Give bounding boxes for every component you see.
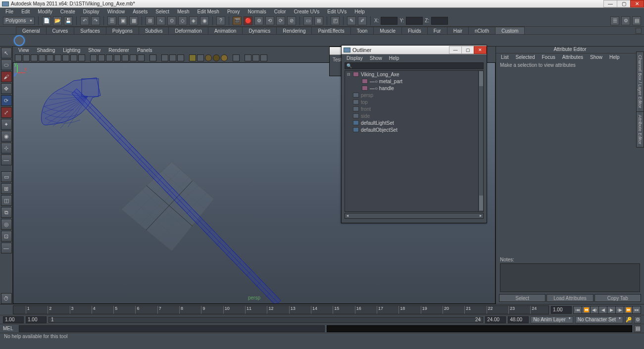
- use-lights-icon[interactable]: [114, 54, 121, 61]
- shelf-tab-rendering[interactable]: Rendering: [276, 27, 312, 34]
- render-globals-icon[interactable]: ⚙: [254, 16, 263, 25]
- notes-field[interactable]: [500, 263, 640, 292]
- safe-title-icon[interactable]: [78, 54, 85, 61]
- snap-toggle-icon[interactable]: ◉: [200, 16, 209, 25]
- shadows-icon[interactable]: [122, 54, 129, 61]
- menu-select[interactable]: Select: [152, 9, 173, 14]
- attr-menu-selected[interactable]: Selected: [513, 54, 538, 60]
- attr-menu-show[interactable]: Show: [587, 54, 605, 60]
- expand-icon[interactable]: ⊟: [347, 72, 351, 77]
- menu-assets[interactable]: Assets: [129, 9, 151, 14]
- step-back-key-button[interactable]: ⏪: [582, 306, 591, 314]
- play-back-button[interactable]: ◀: [598, 306, 607, 314]
- attribute-editor-toggle-icon[interactable]: ▤: [632, 16, 641, 25]
- select-object-icon[interactable]: ▣: [118, 16, 127, 25]
- shelf-tab-fur[interactable]: Fur: [427, 27, 447, 34]
- attr-button-select[interactable]: Select: [499, 294, 545, 302]
- range-vis-end-field[interactable]: [485, 316, 506, 323]
- four-view-icon[interactable]: ⊞: [1, 183, 12, 194]
- script-editor-button[interactable]: ▤: [634, 325, 641, 332]
- outliner-item[interactable]: defaultObjectSet: [345, 126, 483, 133]
- outliner-search[interactable]: [345, 62, 484, 69]
- xray-icon[interactable]: [161, 54, 168, 61]
- new-scene-icon[interactable]: 📄: [42, 16, 51, 25]
- menu-edit-mesh[interactable]: Edit Mesh: [194, 9, 222, 14]
- menu-window[interactable]: Window: [104, 9, 129, 14]
- safe-action-icon[interactable]: [70, 54, 77, 61]
- panel-menu-renderer[interactable]: Renderer: [105, 48, 133, 53]
- model-view-icon[interactable]: ◰: [331, 16, 340, 25]
- attr-button-load-attributes[interactable]: Load Attributes: [546, 294, 593, 302]
- single-view-icon[interactable]: ▭: [1, 171, 12, 182]
- soft-mod-tool[interactable]: ◉: [1, 131, 12, 142]
- input-mode-icon[interactable]: ✎: [347, 16, 356, 25]
- coord-y-field[interactable]: [406, 17, 423, 25]
- shelf-tab-general[interactable]: General: [16, 27, 47, 34]
- field-chart-icon[interactable]: [62, 54, 69, 61]
- save-scene-icon[interactable]: 💾: [64, 16, 73, 25]
- shelf-tab-fluids[interactable]: Fluids: [401, 27, 428, 34]
- shelf-tab-surfaces[interactable]: Surfaces: [74, 27, 106, 34]
- snap-live-icon[interactable]: ◈: [189, 16, 198, 25]
- sidetab-channel-box[interactable]: Channel Box / Layer Editor: [636, 51, 644, 112]
- range-end-field[interactable]: [508, 316, 529, 323]
- outliner-titlebar[interactable]: Outliner — ▢ ✕: [342, 46, 487, 54]
- persp-graph-icon[interactable]: ⧉: [1, 207, 12, 218]
- history-off-icon[interactable]: ⊘: [287, 16, 296, 25]
- poly-count-icon[interactable]: [177, 54, 184, 61]
- snap-plane-icon[interactable]: ◇: [178, 16, 187, 25]
- outliner-list[interactable]: ⊟Viking_Long_Axe—○ metal_part—○ handlepe…: [345, 70, 484, 212]
- outliner-item[interactable]: top: [345, 99, 483, 105]
- autokey-icon[interactable]: 🔑: [625, 316, 632, 323]
- outliner-item[interactable]: persp: [345, 92, 483, 99]
- menu-edit-uvs[interactable]: Edit UVs: [324, 9, 350, 14]
- camera-select-icon[interactable]: [15, 54, 22, 61]
- isolate-icon[interactable]: [149, 54, 156, 61]
- menu-help[interactable]: Help: [351, 9, 368, 14]
- shelf-tab-ncloth[interactable]: nCloth: [468, 27, 495, 34]
- snap-curve-icon[interactable]: ∿: [156, 16, 165, 25]
- play-fwd-button[interactable]: ▶: [607, 306, 616, 314]
- light3-icon[interactable]: [221, 54, 228, 61]
- prefs-icon[interactable]: ⚙: [634, 316, 641, 323]
- shelf-tab-curves[interactable]: Curves: [46, 27, 75, 34]
- select-hierarchy-icon[interactable]: ☰: [107, 16, 116, 25]
- menu-display[interactable]: Display: [80, 9, 103, 14]
- rendererA-icon[interactable]: [233, 54, 240, 61]
- panel-menu-panels[interactable]: Panels: [134, 48, 156, 53]
- channel-box-toggle-icon[interactable]: ☰: [610, 16, 619, 25]
- panel-menu-lighting[interactable]: Lighting: [59, 48, 84, 53]
- shelf-tab-animation[interactable]: Animation: [208, 27, 243, 34]
- step-back-button[interactable]: ◀ı: [590, 306, 599, 314]
- paint-select-tool[interactable]: 🖌: [1, 71, 12, 82]
- shelf-tab-subdivs[interactable]: Subdivs: [139, 27, 169, 34]
- menu-mesh[interactable]: Mesh: [174, 9, 193, 14]
- current-frame-field[interactable]: [551, 306, 572, 314]
- menu-file[interactable]: File: [2, 9, 17, 14]
- range-start-field[interactable]: [3, 316, 24, 323]
- viewport2-icon[interactable]: [138, 54, 145, 61]
- coord-x-field[interactable]: [381, 17, 397, 25]
- outliner-hscroll[interactable]: ◂▸: [345, 213, 484, 219]
- redo-icon[interactable]: ↷: [91, 16, 100, 25]
- shelf-tab-hair[interactable]: Hair: [447, 27, 469, 34]
- step-fwd-key-button[interactable]: ⏩: [624, 306, 633, 314]
- textured-icon[interactable]: [106, 54, 113, 61]
- attr-menu-help[interactable]: Help: [606, 54, 623, 60]
- shelf-tab-deformation[interactable]: Deformation: [168, 27, 208, 34]
- shelf-tab-dynamics[interactable]: Dynamics: [242, 27, 277, 34]
- gate-mask-icon[interactable]: [54, 54, 61, 61]
- sidetab-attribute-editor[interactable]: Attribute Editor: [636, 111, 644, 148]
- step-fwd-button[interactable]: ı▶: [615, 306, 624, 314]
- hypershade-icon[interactable]: ◎: [1, 219, 12, 230]
- layout-single-icon[interactable]: ▭: [303, 16, 312, 25]
- range-vis-start-field[interactable]: [26, 316, 47, 323]
- light1-icon[interactable]: [205, 54, 212, 61]
- menu-normals[interactable]: Normals: [245, 9, 270, 14]
- outliner-item[interactable]: defaultLightSet: [345, 119, 483, 126]
- rendererC-icon[interactable]: [252, 54, 259, 61]
- attr-menu-attributes[interactable]: Attributes: [559, 54, 586, 60]
- close-button[interactable]: ✕: [630, 0, 644, 7]
- shelf-tab-toon[interactable]: Toon: [350, 27, 374, 34]
- outliner-window[interactable]: Outliner — ▢ ✕ DisplayShowHelp ⊟Viking_L…: [341, 45, 487, 223]
